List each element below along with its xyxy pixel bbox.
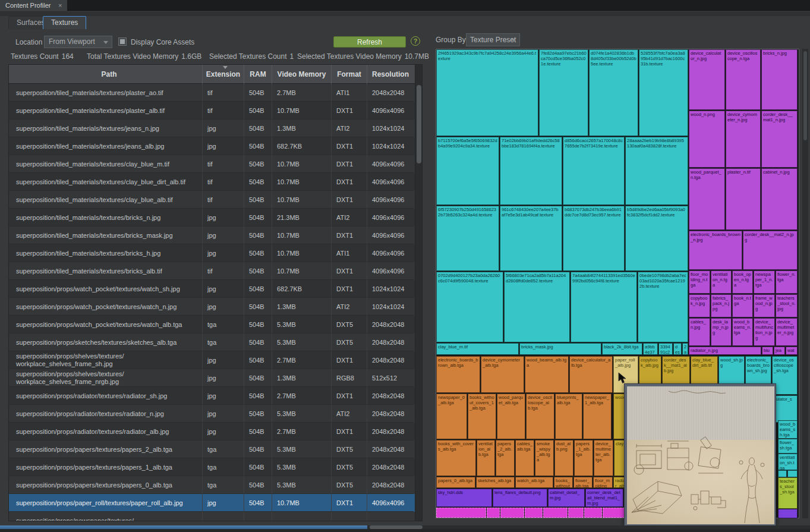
table-row[interactable]: superposition/props/watch_pocket/texture… [9, 316, 415, 333]
treemap-cell[interactable]: flower_sh.tga [778, 439, 798, 454]
treemap-cell[interactable]: corder_desk__mat1_n.jpg [761, 111, 798, 168]
treemap-cell[interactable]: electronic_boards_brown_n.jpg [689, 231, 742, 270]
treemap-cell[interactable]: newspaper_1_alb.tga [583, 394, 612, 439]
treemap-cell[interactable]: device_multimeter_n.jpg [776, 318, 798, 346]
table-row[interactable]: superposition/props/papers/textures/pape… [9, 476, 415, 494]
treemap-cell[interactable]: desk_lamp_n.jpg [711, 318, 732, 346]
treemap-cell[interactable]: papers_0_alb.tga [436, 477, 475, 488]
treemap-cell[interactable]: 0bede10798db2aba7ec03ad1020a35fcae12192b… [638, 272, 688, 342]
scrollbar-thumb[interactable] [417, 85, 421, 163]
treemap-cell[interactable]: device_oscilloscope_alb.tga [526, 394, 554, 439]
treemap-cell[interactable]: 0702d9d400127b23a0da26260c6c074d9f590048… [436, 272, 503, 342]
window-tab[interactable]: Content Profiler [0, 0, 67, 11]
table-row[interactable]: superposition/props/paper_roll/textures/… [9, 494, 415, 512]
table-row[interactable]: superposition/tiled_materials/textures/c… [9, 173, 415, 191]
treemap-cell[interactable]: books_without_cov [554, 477, 573, 488]
refresh-button[interactable]: Refresh [333, 36, 406, 48]
treemap-cell[interactable]: cables_alb.tga [515, 440, 534, 476]
treemap-cell[interactable]: clay_blue_m.tif [436, 343, 519, 355]
treemap-cell[interactable]: 7fe82d4aa97ebc21b60ca70cd5ce36fba052c01e… [539, 49, 588, 136]
treemap-cell[interactable]: copybook_n.jpg [689, 294, 710, 317]
table-row[interactable]: superposition/props/watch_pocket/texture… [9, 298, 415, 316]
treemap-cell[interactable]: device_cymometer_n.jpg [726, 111, 761, 168]
treemap-cell[interactable]: cabinet_detail_m.jpg [548, 489, 585, 507]
treemap-cell[interactable]: papers_1_alb.tga [574, 440, 593, 476]
treemap-cell[interactable]: cables_n.jpg [689, 318, 710, 346]
treemap-cell[interactable]: b7115700ef6a5e5f65069832db4a99e9204c9a34… [436, 137, 499, 205]
table-row[interactable]: superposition/props/papers/textures/pape… [9, 458, 415, 476]
close-icon[interactable]: × [58, 0, 62, 11]
treemap-cell[interactable]: 339491c258f0a [658, 343, 673, 355]
treemap-cell[interactable]: books_with_covers_alb.tga [436, 440, 476, 476]
treemap-cell[interactable] [568, 508, 584, 518]
column-header-ram[interactable]: RAM [244, 65, 272, 84]
treemap-cell[interactable]: books_without_covers_1_alb.tga [468, 394, 496, 439]
table-row[interactable]: superposition/props/shelves/textures/wor… [9, 351, 415, 369]
table-row[interactable]: superposition/tiled_materials/textures/b… [9, 262, 415, 280]
treemap-cell[interactable]: flower_n.tga [776, 270, 798, 294]
treemap-cell[interactable]: d074fe1a402836b1db8d405cf33be00b52d0b5ee… [589, 49, 638, 136]
treemap-cell[interactable]: 2f4651929ac343c9b7fc7a94258c24e3956a44e6… [436, 49, 538, 136]
treemap-cell[interactable] [778, 509, 798, 518]
treemap-cell[interactable]: radiator_n.jpg [689, 347, 761, 355]
column-header-resolution[interactable]: Resolution [367, 65, 414, 84]
treemap-cell[interactable]: teachers_stool_n.jpg [776, 294, 798, 317]
treemap-cell[interactable]: wood_beams_sh.tga [778, 420, 798, 439]
core-assets-checkbox[interactable] [118, 37, 127, 46]
treemap-cell[interactable]: wood_beams_n.tga [732, 318, 753, 346]
treemap-cell[interactable]: wood_parquet_n.tga [689, 168, 725, 230]
treemap-cell[interactable] [525, 508, 543, 518]
column-header-format[interactable]: Format [332, 65, 367, 84]
table-row[interactable]: superposition/tiled_materials/textures/j… [9, 119, 415, 137]
treemap-cell[interactable] [543, 508, 568, 518]
treemap-cell[interactable]: 7a4aab84f2744113391ed3560e99f2bd056c94f8… [571, 272, 637, 342]
treemap-cell[interactable]: floor_molding_alb.t [593, 477, 613, 488]
table-row[interactable]: superposition/props/watch_pocket/texture… [9, 280, 415, 298]
treemap-cell[interactable]: wood_parquet_alb.tga [497, 394, 525, 439]
treemap-cell[interactable]: watch_alb.tga [515, 477, 553, 488]
treemap-cell[interactable] [603, 508, 625, 518]
table-row[interactable]: superposition/tiled_materials/textures/p… [9, 84, 415, 102]
treemap-cell[interactable]: blueprints_alb.tga [555, 394, 582, 439]
treemap-cell[interactable]: wood_n.png [689, 111, 725, 168]
treemap-cell[interactable]: corner_desk_detail_blend_mat1_m.jpg [585, 489, 623, 507]
treemap-cell[interactable]: desk_la [673, 343, 682, 355]
treemap-cell[interactable]: 71e02bb69b01af9dedd26c58bbe183d781694f4a… [500, 137, 562, 205]
treemap-cell[interactable]: ventilation_alb.tga [477, 440, 495, 476]
treemap-cell[interactable]: fabrics_pack_n.jpg [711, 294, 732, 317]
treemap-cell[interactable]: 6f57230907b250d4916586232b73b5263c324a4d… [436, 206, 499, 271]
table-row[interactable]: superposition/props/sketches/textures/sk… [9, 333, 415, 351]
treemap-cell[interactable] [584, 508, 602, 518]
treemap-cell[interactable]: plaster_n.tif [726, 168, 761, 230]
treemap-cell[interactable]: 28aaaa2beb19b98e8b89395130aaf0a483828f.t… [625, 137, 688, 205]
treemap-scrollbar-thumb[interactable] [803, 51, 807, 140]
group-by-dropdown[interactable]: Texture Preset [466, 33, 520, 46]
table-row[interactable]: superposition/props/radiator/textures/ra… [9, 387, 415, 405]
treemap-cell[interactable]: flower_alb.tga [573, 477, 592, 488]
column-header-path[interactable]: Path [9, 65, 203, 84]
treemap-cell[interactable]: device_calculator_n.jpg [689, 49, 725, 110]
treemap-cell[interactable] [500, 508, 524, 518]
treemap-cell[interactable]: newspaper_0_alb.tga [436, 394, 467, 439]
treemap-cell[interactable]: sketches_alb.tga [476, 477, 515, 488]
treemap-cell[interactable]: b6837073db247b36eea6b91ddc7ce7d8d73ec957… [563, 206, 625, 271]
treemap-cell[interactable]: teachers_stool_sh.tga [778, 477, 798, 509]
table-row[interactable]: superposition/tiled_materials/textures/b… [9, 226, 415, 244]
table-row[interactable]: superposition/tiled_materials/textures/p… [9, 102, 415, 119]
treemap-cell[interactable]: device_multimeter_alb.tga [594, 440, 613, 476]
treemap-cell[interactable]: ventilation_sh.tga [778, 454, 798, 470]
treemap-cell[interactable]: 5f66803e71ca2a85b7a11a204d2608ffd0de852.… [504, 272, 570, 342]
column-header-video-memory[interactable]: Video Memory [272, 65, 332, 84]
table-row[interactable]: superposition/tiled_materials/textures/b… [9, 209, 415, 226]
table-row[interactable]: superposition/props/papers/textures/pape… [9, 440, 415, 458]
table-row[interactable]: superposition/tiled_materials/textures/c… [9, 155, 415, 173]
treemap-cell[interactable]: corder_desk__mat2_n.jpg [743, 231, 798, 270]
treemap-cell[interactable] [787, 470, 798, 477]
treemap-cell[interactable] [778, 470, 787, 477]
treemap-cell[interactable]: device_oscilloscope_n.tga [726, 49, 761, 110]
treemap-cell[interactable]: dust_alb.png [554, 440, 573, 476]
treemap-cell[interactable]: bricks_mask.jpg [519, 343, 601, 355]
treemap-cell[interactable]: electronic_boards_brown_alb.tga [436, 356, 480, 393]
help-icon[interactable]: ? [411, 36, 420, 46]
treemap-cell[interactable]: ventilation_n.tga [711, 270, 732, 294]
